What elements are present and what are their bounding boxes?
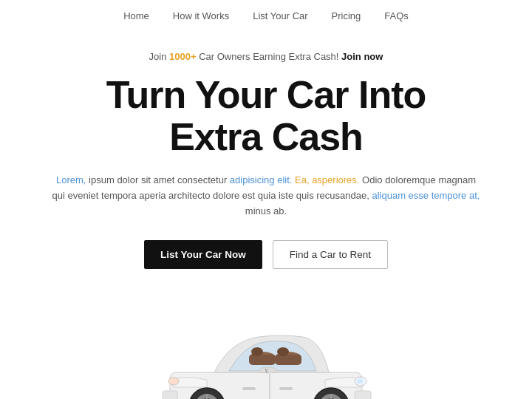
svg-rect-5 bbox=[275, 355, 301, 365]
list-car-button[interactable]: List Your Car Now bbox=[144, 240, 262, 269]
svg-rect-14 bbox=[355, 391, 371, 399]
join-count: 1000+ bbox=[169, 51, 197, 62]
join-now-link[interactable]: Join now bbox=[341, 51, 383, 62]
svg-rect-9 bbox=[279, 387, 293, 390]
svg-rect-4 bbox=[249, 355, 276, 365]
nav-list-your-car[interactable]: List Your Car bbox=[253, 10, 307, 21]
find-car-button[interactable]: Find a Car to Rent bbox=[273, 240, 388, 269]
join-text: Car Owners Earning Extra Cash! bbox=[199, 51, 341, 62]
join-banner: Join 1000+ Car Owners Earning Extra Cash… bbox=[44, 51, 488, 62]
hero-description: Lorem, ipsum dolor sit amet consectetur … bbox=[52, 173, 480, 219]
svg-point-6 bbox=[251, 347, 263, 356]
nav-pricing[interactable]: Pricing bbox=[332, 10, 361, 21]
nav-how-it-works[interactable]: How it Works bbox=[173, 10, 229, 21]
nav-faqs[interactable]: FAQs bbox=[384, 10, 409, 21]
svg-text:V: V bbox=[265, 368, 269, 375]
nav-home[interactable]: Home bbox=[123, 10, 149, 21]
main-nav: Home How it Works List Your Car Pricing … bbox=[0, 0, 532, 29]
cta-buttons: List Your Car Now Find a Car to Rent bbox=[44, 240, 488, 269]
hero-section: Join 1000+ Car Owners Earning Extra Cash… bbox=[0, 29, 532, 269]
svg-point-12 bbox=[357, 379, 363, 383]
car-image-container: V bbox=[0, 291, 532, 399]
svg-point-7 bbox=[277, 347, 289, 356]
svg-rect-16 bbox=[163, 391, 177, 399]
svg-point-13 bbox=[168, 378, 179, 385]
hero-title: Turn Your Car Into Extra Cash bbox=[44, 74, 488, 158]
svg-rect-10 bbox=[242, 387, 256, 390]
car-illustration: V bbox=[133, 291, 399, 399]
